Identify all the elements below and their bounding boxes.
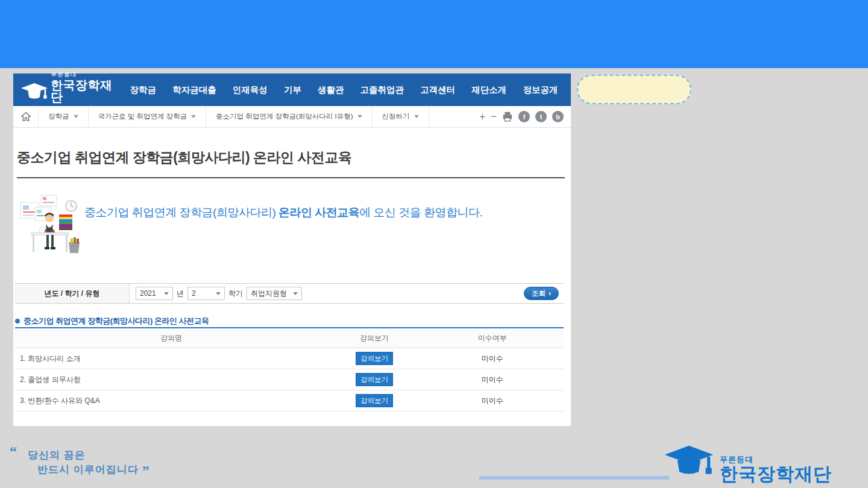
logo-subtitle: 푸른등대 [51, 72, 116, 78]
section-bullet-icon [15, 319, 20, 324]
table-row: 2. 졸업생 의무사항 강의보기 미이수 [15, 369, 564, 390]
table-header-row: 강의명 강의보기 이수여부 [15, 328, 564, 348]
graduation-cap-icon [20, 83, 48, 103]
nav-item-customer-center[interactable]: 고객센터 [420, 84, 455, 96]
lecture-name: 1. 희망사다리 소개 [15, 354, 328, 364]
slide-top-banner [0, 0, 868, 68]
nav-item-loans[interactable]: 학자금대출 [172, 84, 216, 96]
logo-title: 한국장학재단 [720, 465, 832, 483]
filter-label: 년도 / 학기 / 유형 [15, 284, 130, 303]
semester-select[interactable]: 2 [187, 287, 225, 300]
lecture-name: 2. 졸업생 의무사항 [15, 375, 328, 385]
course-table: 강의명 강의보기 이수여부 1. 희망사다리 소개 강의보기 미이수 2. 졸업… [15, 328, 564, 411]
section-header: 중소기업 취업연계 장학금(희망사다리) 온라인 사전교육 [15, 316, 209, 327]
breadcrumb: 장학금 국가근로 및 취업연계 장학금 중소기업 취업연계 장학금(희망사다리 … [13, 106, 571, 128]
nav-item-talent[interactable]: 인재육성 [233, 84, 268, 96]
site-logo[interactable]: 푸른등대 한국장학재단 [13, 72, 122, 108]
logo-title: 한국장학재단 [51, 79, 116, 103]
chevron-down-icon [216, 292, 221, 295]
nav-item-dormitory[interactable]: 생활관 [318, 84, 344, 96]
nav-item-donation[interactable]: 기부 [284, 84, 301, 96]
page-title: 중소기업 취업연계 장학금(희망사다리) 온라인 사전교육 [17, 148, 351, 167]
completion-status: 미이수 [421, 375, 564, 385]
view-lecture-button[interactable]: 강의보기 [356, 394, 393, 407]
view-lecture-button[interactable]: 강의보기 [356, 373, 393, 386]
completion-status: 미이수 [421, 354, 564, 364]
blog-icon[interactable]: b [552, 111, 564, 122]
lecture-name: 3. 반환/환수 사유와 Q&A [15, 396, 328, 406]
logo-subtitle: 푸른등대 [720, 455, 832, 463]
view-lecture-button[interactable]: 강의보기 [356, 352, 393, 365]
nav-item-disclosure[interactable]: 정보공개 [523, 84, 558, 96]
breadcrumb-item-scholarship[interactable]: 장학금 [39, 106, 89, 127]
nav-item-scholarship[interactable]: 장학금 [130, 84, 157, 96]
year-suffix-label: 년 [177, 289, 184, 299]
footer-logo: 푸른등대 한국장학재단 [662, 445, 832, 484]
nav-item-about[interactable]: 재단소개 [471, 84, 506, 96]
facebook-icon[interactable]: f [518, 111, 530, 122]
main-navbar: 푸른등대 한국장학재단 장학금 학자금대출 인재육성 기부 생활관 고졸취업관 … [13, 74, 571, 106]
column-header-view-lecture: 강의보기 [328, 333, 421, 343]
bottom-accent-bar [479, 476, 669, 480]
website-page: 푸른등대 한국장학재단 장학금 학자금대출 인재육성 기부 생활관 고졸취업관 … [13, 74, 571, 426]
table-row: 3. 반환/환수 사유와 Q&A 강의보기 미이수 [15, 390, 564, 411]
graduation-cap-icon [662, 445, 716, 484]
semester-suffix-label: 학기 [228, 289, 243, 299]
table-row: 1. 희망사다리 소개 강의보기 미이수 [15, 348, 564, 369]
chevron-down-icon [164, 292, 169, 295]
chevron-down-icon [414, 115, 419, 118]
twitter-icon[interactable]: t [535, 111, 547, 122]
footer-quote: “ 당신의 꿈은 반드시 이루어집니다” [10, 443, 190, 460]
column-header-completion: 이수여부 [421, 333, 564, 343]
nav-item-highschool-employment[interactable]: 고졸취업관 [360, 84, 404, 96]
section-title: 중소기업 취업연계 장학금(희망사다리) 온라인 사전교육 [24, 316, 209, 327]
chevron-down-icon [357, 115, 362, 118]
breadcrumb-item-apply[interactable]: 신청하기 [373, 106, 429, 127]
chevron-down-icon [293, 292, 298, 295]
breadcrumb-toolbar: + − f t b [479, 106, 571, 127]
breadcrumb-item-sme-scholarship[interactable]: 중소기업 취업연계 장학금(희망사다리 I유형) [206, 106, 372, 127]
font-zoom-out-icon[interactable]: − [491, 111, 497, 122]
chevron-right-icon: › [549, 289, 551, 298]
type-select[interactable]: 취업지원형 [247, 287, 302, 300]
highlight-annotation-pill [577, 75, 691, 104]
open-quote-icon: “ [10, 443, 17, 459]
breadcrumb-item-workstudy[interactable]: 국가근로 및 취업연계 장학금 [89, 106, 207, 127]
chevron-down-icon [191, 115, 196, 118]
welcome-message: 중소기업 취업연계 장학금(희망사다리) 온라인 사전교육에 오신 것을 환영합… [84, 205, 482, 221]
completion-status: 미이수 [421, 396, 564, 406]
font-zoom-in-icon[interactable]: + [479, 111, 485, 122]
filter-bar: 년도 / 학기 / 유형 2021 년 2 학기 취업지원형 조회 › [15, 283, 564, 304]
column-header-lecture-name: 강의명 [15, 333, 328, 343]
title-divider [17, 177, 565, 178]
year-select[interactable]: 2021 [136, 287, 173, 300]
print-icon[interactable] [502, 111, 513, 122]
close-quote-icon: ” [142, 463, 150, 478]
home-icon[interactable] [13, 106, 39, 127]
search-button[interactable]: 조회 › [524, 287, 559, 300]
chevron-down-icon [74, 115, 78, 118]
nav-menu: 장학금 학자금대출 인재육성 기부 생활관 고졸취업관 고객센터 재단소개 정보… [122, 84, 571, 96]
welcome-illustration [18, 192, 81, 259]
